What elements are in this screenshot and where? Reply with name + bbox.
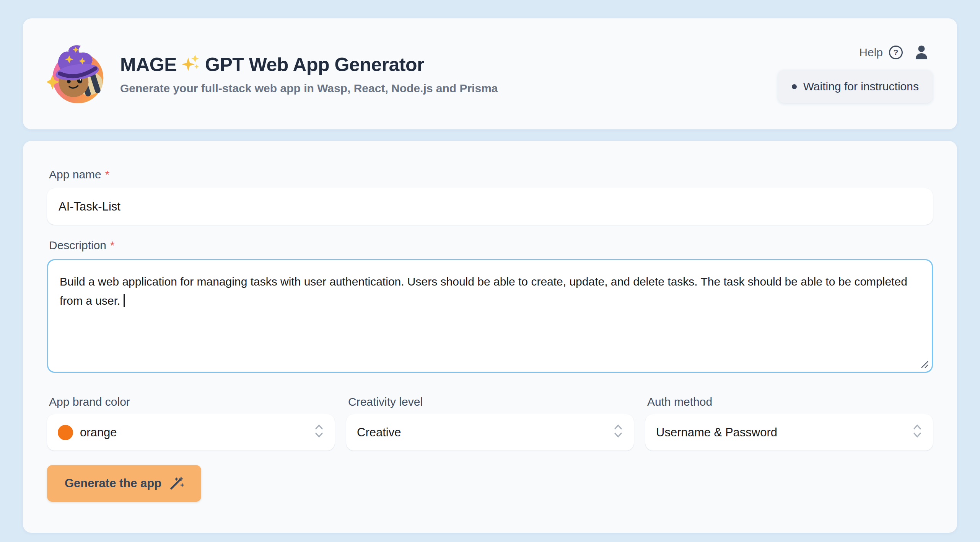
up-down-chevrons-icon (613, 423, 623, 442)
auth-method-field: Auth method Username & Password (645, 395, 933, 451)
options-row: App brand color orange Creativity level … (47, 395, 933, 451)
mage-bee-logo-icon (47, 42, 106, 105)
brand-color-label: App brand color (47, 395, 335, 409)
orange-swatch-icon (58, 425, 73, 440)
description-label-text: Description (49, 239, 106, 251)
brand-color-value: orange (80, 426, 117, 439)
app-name-required-asterisk: * (105, 168, 110, 181)
up-down-chevrons-icon (314, 423, 324, 442)
auth-method-value: Username & Password (656, 426, 777, 439)
status-badge: Waiting for instructions (778, 70, 933, 103)
form-card: App name* Description* Build a web appli… (23, 141, 957, 533)
header-right: Help ? Waiting for instructions (778, 45, 933, 103)
app-name-label: App name* (47, 168, 933, 181)
creativity-label: Creativity level (346, 395, 634, 409)
title-block: MAGE GPT Web App Generator Generate your… (120, 53, 498, 95)
description-required-asterisk: * (110, 239, 115, 251)
creativity-value: Creative (357, 426, 401, 439)
creativity-field: Creativity level Creative (346, 395, 634, 451)
app-name-label-text: App name (49, 168, 101, 181)
title-rest: GPT Web App Generator (205, 54, 424, 76)
status-text: Waiting for instructions (803, 80, 919, 93)
page-subtitle: Generate your full-stack web app in Wasp… (120, 82, 498, 95)
brand-color-field: App brand color orange (47, 395, 335, 451)
magic-wand-icon (169, 476, 184, 491)
description-text: Build a web application for managing tas… (60, 275, 910, 307)
page-title: MAGE GPT Web App Generator (120, 53, 498, 77)
auth-method-select[interactable]: Username & Password (645, 414, 933, 451)
help-link[interactable]: Help (859, 46, 883, 59)
app-name-input[interactable] (47, 188, 933, 225)
help-question-icon[interactable]: ? (889, 46, 903, 59)
description-label: Description* (47, 238, 933, 252)
mage-logo (47, 42, 106, 105)
sparkles-icon (182, 54, 200, 77)
header-card: MAGE GPT Web App Generator Generate your… (23, 18, 957, 129)
help-row: Help ? (859, 45, 929, 60)
brand-color-select[interactable]: orange (47, 414, 335, 451)
up-down-chevrons-icon (912, 423, 922, 442)
generate-app-button-label: Generate the app (65, 477, 161, 490)
user-icon[interactable] (914, 45, 929, 60)
title-mage: MAGE (120, 54, 177, 76)
status-dot-icon (792, 84, 797, 89)
resize-grip-icon[interactable] (920, 360, 929, 369)
creativity-select[interactable]: Creative (346, 414, 634, 451)
auth-method-label: Auth method (645, 395, 933, 409)
text-caret-icon (124, 294, 125, 307)
description-textarea[interactable]: Build a web application for managing tas… (47, 259, 933, 373)
generate-app-button[interactable]: Generate the app (47, 465, 201, 502)
